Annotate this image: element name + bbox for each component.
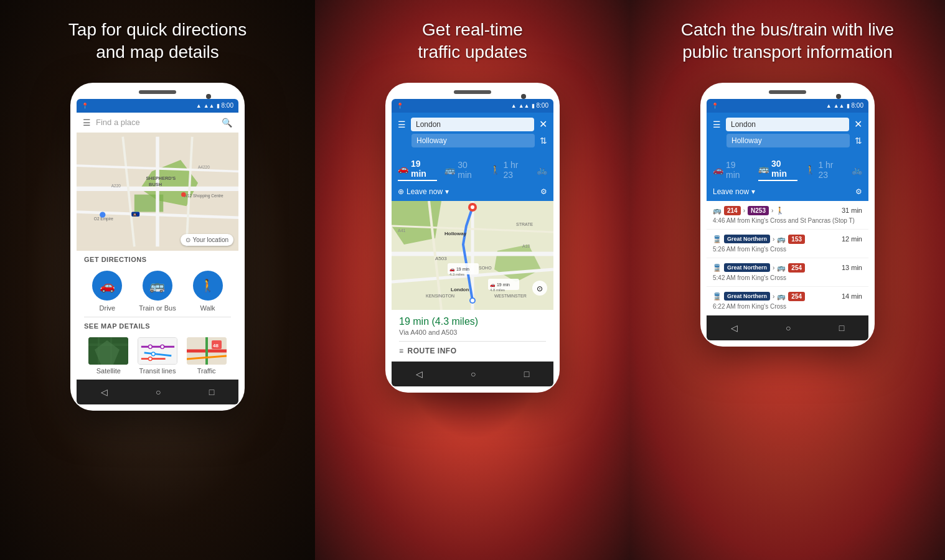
- wifi-icon-2: ▲: [511, 103, 517, 109]
- direction-walk[interactable]: 🚶 Walk: [193, 271, 223, 312]
- status-bar-3: 📍 ▲ ▲▲ ▮ 8:00: [707, 99, 868, 113]
- battery-icon: ▮: [217, 103, 220, 109]
- phone-1: 📍 ▲ ▲▲ ▮ 8:00 ☰ Find a place 🔍: [70, 83, 245, 411]
- search-icon[interactable]: 🔍: [222, 118, 232, 128]
- add-icon-2: ⊕: [398, 187, 404, 196]
- bus-icon-r4-2: 🚌: [777, 292, 786, 301]
- svg-text:W12 Shopping Centre: W12 Shopping Centre: [184, 194, 223, 198]
- filter-icon-2[interactable]: ⚙: [540, 187, 547, 196]
- leave-now-bar-2: ⊕ Leave now ▾ ⚙: [392, 185, 553, 201]
- svg-point-29: [161, 345, 164, 348]
- loc-icon-3: 📍: [712, 103, 718, 109]
- clear-icon-3[interactable]: ✕: [854, 118, 862, 130]
- to-input-2[interactable]: Holloway: [411, 134, 535, 147]
- drive-tab-2[interactable]: 🚗 19 min: [398, 159, 437, 181]
- train-icon-r2: 🚆: [713, 235, 722, 243]
- recent-nav-icon-3[interactable]: □: [839, 323, 844, 333]
- phone-2-screen: 📍 ▲ ▲▲ ▮ 8:00 ☰ London ✕ Holloway: [392, 99, 553, 386]
- route-info-label: ROUTE INFO: [408, 347, 457, 355]
- leave-now-btn-3[interactable]: Leave now ▾: [713, 187, 755, 196]
- map-svg-2: A503 A41 A10 🚗 19 min 4.3 miles 🚗 19 min…: [392, 201, 553, 310]
- get-directions-header: GET DIRECTIONS: [77, 251, 238, 266]
- search-bar[interactable]: ☰ Find a place 🔍: [77, 113, 238, 133]
- transit-tab-2[interactable]: 🚌 30 min: [444, 160, 482, 180]
- satellite-thumb: [88, 337, 128, 365]
- svg-text:KENSINGTON: KENSINGTON: [426, 294, 454, 298]
- walk-tab-2[interactable]: 🚶 1 hr 23: [490, 160, 529, 180]
- map-area-2[interactable]: A503 A41 A10 🚗 19 min 4.3 miles 🚗 19 min…: [392, 201, 553, 310]
- location-target-icon: ⊙: [186, 236, 190, 243]
- home-nav-icon-2[interactable]: ○: [471, 369, 476, 379]
- transit-time-r4: 14 min: [842, 292, 862, 300]
- search-placeholder[interactable]: Find a place: [96, 118, 217, 127]
- transit-tab-3[interactable]: 🚌 30 min: [758, 159, 797, 181]
- home-nav-icon-3[interactable]: ○: [786, 323, 791, 333]
- map-details-row: Satellite: [77, 332, 238, 380]
- to-input-3[interactable]: Holloway: [726, 134, 850, 147]
- recent-nav-icon-2[interactable]: □: [524, 369, 529, 379]
- phone-2-camera: [521, 94, 526, 99]
- status-time-2: 8:00: [537, 102, 548, 109]
- from-input-2[interactable]: London: [411, 118, 534, 131]
- svg-text:WESTMINSTER: WESTMINSTER: [494, 294, 527, 298]
- transit-row-4[interactable]: 🚆 Great Northern › 🚌 254 14 min 6:22 AM …: [707, 287, 868, 315]
- transport-tabs-3: 🚗 19 min 🚌 30 min 🚶 1 hr 23 🚲: [707, 155, 868, 185]
- swap-icon-3[interactable]: ⇅: [855, 136, 862, 146]
- status-time-1: 8:00: [222, 102, 233, 109]
- transit-row-4-top: 🚆 Great Northern › 🚌 254 14 min: [713, 292, 862, 301]
- hamburger-icon[interactable]: ☰: [83, 118, 91, 128]
- great-northern-badge-r3: Great Northern: [724, 263, 770, 272]
- filter-icon-3[interactable]: ⚙: [855, 187, 862, 196]
- phone-3-camera: [836, 94, 841, 99]
- home-nav-icon[interactable]: ○: [156, 387, 161, 397]
- map-detail-traffic[interactable]: 48 Traffic: [187, 337, 227, 375]
- panel-2: Get real-timetraffic updates 📍 ▲ ▲▲ ▮ 8:…: [315, 0, 630, 560]
- bike-tab-2[interactable]: 🚲: [537, 165, 547, 175]
- clear-icon-2[interactable]: ✕: [539, 118, 547, 130]
- menu-icon-3[interactable]: ☰: [713, 119, 721, 129]
- transit-row-1-top: 🚌 214 › N253 › 🚶 31 min: [713, 206, 862, 215]
- transit-row-1[interactable]: 🚌 214 › N253 › 🚶 31 min 4:46 AM from Kin…: [707, 201, 868, 230]
- map-area-1[interactable]: SHEPHERD'S BUSH W12 Shopping Centre O2 E…: [77, 133, 238, 251]
- bike-tab-3[interactable]: 🚲: [852, 165, 862, 175]
- direction-transit[interactable]: 🚌 Train or Bus: [139, 271, 176, 312]
- menu-icon-2[interactable]: ☰: [398, 119, 406, 129]
- svg-text:⊙: ⊙: [537, 284, 543, 293]
- leave-now-btn-2[interactable]: ⊕ Leave now ▾: [398, 187, 449, 196]
- traffic-thumb: 48: [187, 337, 227, 365]
- recent-nav-icon[interactable]: □: [209, 387, 214, 397]
- transit-row-2[interactable]: 🚆 Great Northern › 🚌 153 12 min 5:26 AM …: [707, 230, 868, 258]
- svg-text:Holloway: Holloway: [444, 231, 467, 236]
- leave-now-text-3: Leave now: [713, 187, 749, 196]
- swap-icon-2[interactable]: ⇅: [540, 136, 547, 146]
- your-location-label[interactable]: ⊙ Your location: [181, 234, 233, 246]
- back-nav-icon-3[interactable]: ◁: [731, 323, 738, 333]
- svg-point-13: [100, 212, 105, 217]
- transit-lines-label: Transit lines: [139, 367, 176, 375]
- direction-drive[interactable]: 🚗 Drive: [92, 271, 122, 312]
- transit-row-3[interactable]: 🚆 Great Northern › 🚌 254 13 min 5:42 AM …: [707, 258, 868, 287]
- battery-icon-2: ▮: [532, 103, 535, 109]
- phone-3: 📍 ▲ ▲▲ ▮ 8:00 ☰ London ✕ Holloway: [700, 83, 875, 347]
- leave-now-bar-3: Leave now ▾ ⚙: [707, 185, 868, 201]
- drive-circle: 🚗: [92, 271, 122, 301]
- status-bar-1: 📍 ▲ ▲▲ ▮ 8:00: [77, 99, 238, 113]
- walk-tab-3[interactable]: 🚶 1 hr 23: [805, 160, 844, 180]
- back-nav-icon-2[interactable]: ◁: [416, 369, 423, 379]
- transit-row-1-badges: 🚌 214 › N253 › 🚶: [713, 206, 784, 215]
- panel-3-title: Catch the bus/train with livepublic tran…: [656, 0, 919, 77]
- great-northern-badge-r4: Great Northern: [724, 292, 770, 301]
- map-detail-satellite[interactable]: Satellite: [88, 337, 128, 375]
- badge-254a: 254: [788, 263, 805, 273]
- map-detail-transit[interactable]: Transit lines: [138, 337, 177, 375]
- back-nav-icon[interactable]: ◁: [101, 387, 108, 397]
- svg-text:O2 Empire: O2 Empire: [94, 217, 113, 222]
- route-info-btn[interactable]: ≡ ROUTE INFO: [399, 341, 546, 355]
- drive-tab-3[interactable]: 🚗 19 min: [713, 160, 751, 180]
- svg-point-28: [148, 345, 152, 348]
- badge-254b: 254: [788, 292, 805, 301]
- transport-tabs-2: 🚗 19 min 🚌 30 min 🚶 1 hr 23 🚲: [392, 155, 553, 185]
- from-input-3[interactable]: London: [726, 118, 849, 131]
- svg-text:A220: A220: [111, 184, 121, 188]
- status-icons-3: ▲ ▲▲ ▮ 8:00: [826, 102, 863, 109]
